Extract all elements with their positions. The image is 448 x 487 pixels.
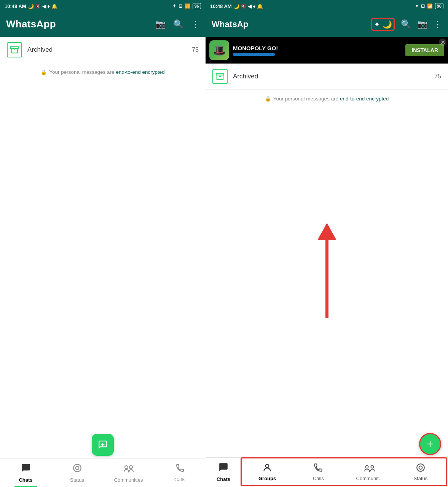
search-icon-left[interactable]: 🔍 xyxy=(173,19,183,29)
svg-rect-8 xyxy=(216,73,224,75)
nav-chats-label-right: Chats xyxy=(217,476,230,482)
nav-chats-label-left: Chats xyxy=(19,477,32,483)
nav-communities-label-right: Communit... xyxy=(356,476,383,481)
ad-close-button[interactable]: ✕ xyxy=(439,38,446,46)
svg-point-16 xyxy=(419,466,422,469)
archived-count-left: 75 xyxy=(192,46,199,53)
app-header-right: WhatsAp ✦ 🌙 🔍 📷 ⋮ xyxy=(206,12,448,37)
archived-label-left: Archived xyxy=(27,46,187,54)
more-icon-right[interactable]: ⋮ xyxy=(434,19,442,29)
new-chat-fab-left[interactable] xyxy=(92,434,114,456)
status-bar-left: 10:48 AM 🌙 🔇 ◀ ♦ 🔔 ✦ ⊡ 📶 96 xyxy=(0,0,206,12)
status-icon-left xyxy=(72,463,82,476)
camera-icon-left[interactable]: 📷 xyxy=(155,19,166,29)
svg-point-13 xyxy=(365,465,368,468)
status-time-right: 10:48 AM 🌙 🔇 ◀ ♦ 🔔 xyxy=(210,3,263,9)
status-icon-right xyxy=(416,463,426,474)
moon-icon-right: 🌙 xyxy=(383,20,392,29)
svg-point-14 xyxy=(371,465,373,468)
arrow-area xyxy=(206,108,448,429)
nav-status-label-left: Status xyxy=(70,477,84,483)
ad-game-icon: 🎩 xyxy=(209,40,229,60)
nav-calls-label-left: Calls xyxy=(174,477,185,482)
svg-point-4 xyxy=(73,464,81,472)
svg-point-15 xyxy=(417,464,424,471)
archived-row-left[interactable]: Archived 75 xyxy=(0,37,206,63)
encryption-text-right: Your personal messages are end-to-end en… xyxy=(273,96,389,102)
encryption-link-right[interactable]: end-to-end encrypted xyxy=(340,96,389,102)
communities-icon-right xyxy=(364,463,375,474)
ad-install-button[interactable]: INSTALAR xyxy=(405,44,444,56)
bottom-nav-left: Chats Status xyxy=(0,458,206,487)
svg-rect-0 xyxy=(11,47,18,49)
status-icons-right-right: ✦ ⊡ 📶 96 xyxy=(415,3,443,9)
bottom-nav-full-right: Chats Groups xyxy=(206,457,447,486)
lock-icon-right: 🔒 xyxy=(265,96,271,102)
app-title-left: WhatsApp xyxy=(6,18,56,30)
search-icon-right[interactable]: 🔍 xyxy=(401,19,411,29)
phone-left: 10:48 AM 🌙 🔇 ◀ ♦ 🔔 ✦ ⊡ 📶 96 WhatsApp 📷 🔍… xyxy=(0,0,206,487)
app-title-right: WhatsAp xyxy=(212,19,249,29)
nav-communities-right[interactable]: Communit... xyxy=(344,458,395,485)
header-icons-left: 📷 🔍 ⋮ xyxy=(155,19,199,29)
chat-list-empty-left xyxy=(0,81,206,430)
encryption-text-left: Your personal messages are end-to-end en… xyxy=(49,69,164,75)
calls-icon-left xyxy=(175,463,185,475)
archived-label-right: Archived xyxy=(233,73,429,80)
svg-marker-11 xyxy=(317,223,336,240)
nav-groups-right[interactable]: Groups xyxy=(242,458,293,485)
svg-point-12 xyxy=(266,464,269,468)
encryption-link-left[interactable]: end-to-end encrypted xyxy=(116,69,164,75)
nav-communities-label-left: Communities xyxy=(114,477,143,483)
nav-groups-label-right: Groups xyxy=(258,476,276,481)
svg-point-5 xyxy=(75,466,79,469)
archived-icon-right xyxy=(212,69,228,84)
camera-icon-right[interactable]: 📷 xyxy=(417,19,427,29)
bottom-nav-right-container: Chats Groups xyxy=(206,457,448,487)
lock-icon-left: 🔒 xyxy=(41,69,47,75)
ad-banner-right: 🎩 MONOPOLY GO! INSTALAR ✕ xyxy=(206,37,448,64)
groups-icon-right xyxy=(262,463,273,474)
app-header-left: WhatsApp 📷 🔍 ⋮ xyxy=(0,12,206,37)
calls-icon-right xyxy=(313,463,323,474)
more-icon-left[interactable]: ⋮ xyxy=(191,19,199,29)
chats-icon-left xyxy=(21,463,31,476)
dark-mode-highlight[interactable]: ✦ 🌙 xyxy=(371,18,395,31)
nav-chats-right[interactable]: Chats xyxy=(206,457,241,486)
svg-point-6 xyxy=(125,466,128,469)
archived-count-right: 75 xyxy=(434,73,441,80)
encryption-note-left: 🔒 Your personal messages are end-to-end … xyxy=(0,63,206,81)
nav-status-left[interactable]: Status xyxy=(51,458,103,487)
nav-calls-right[interactable]: Calls xyxy=(293,458,344,485)
communities-icon-left xyxy=(123,463,134,476)
fab-plus-icon: + xyxy=(427,438,434,450)
nav-calls-label-right: Calls xyxy=(313,476,324,481)
svg-point-7 xyxy=(129,466,132,469)
fab-area-right: + xyxy=(206,429,448,457)
nav-chats-left[interactable]: Chats xyxy=(0,458,51,487)
nav-calls-left[interactable]: Calls xyxy=(154,458,206,487)
ad-content: MONOPOLY GO! xyxy=(233,45,278,56)
ad-progress-bar xyxy=(233,53,275,56)
chats-icon-right xyxy=(218,462,229,475)
status-icons-right-left: ✦ ⊡ 📶 96 xyxy=(172,3,201,9)
nav-status-label-right: Status xyxy=(413,476,427,481)
ad-game-title: MONOPOLY GO! xyxy=(233,45,278,51)
archived-row-right[interactable]: Archived 75 xyxy=(206,64,448,90)
flash-icon-right: ✦ xyxy=(374,20,380,29)
red-arrow xyxy=(312,219,342,318)
status-time-left: 10:48 AM 🌙 🔇 ◀ ♦ 🔔 xyxy=(5,3,57,9)
nav-communities-left[interactable]: Communities xyxy=(103,458,154,487)
bottom-nav-highlight-group: Groups Calls xyxy=(241,457,447,486)
fab-area-left xyxy=(0,430,206,458)
archived-icon-left xyxy=(7,42,22,57)
encryption-note-right: 🔒 Your personal messages are end-to-end … xyxy=(206,90,448,108)
new-chat-fab-right[interactable]: + xyxy=(419,433,441,455)
phone-right: 10:48 AM 🌙 🔇 ◀ ♦ 🔔 ✦ ⊡ 📶 96 WhatsAp ✦ 🌙 … xyxy=(206,0,448,487)
status-bar-right: 10:48 AM 🌙 🔇 ◀ ♦ 🔔 ✦ ⊡ 📶 96 xyxy=(206,0,448,12)
nav-status-right[interactable]: Status xyxy=(395,458,446,485)
